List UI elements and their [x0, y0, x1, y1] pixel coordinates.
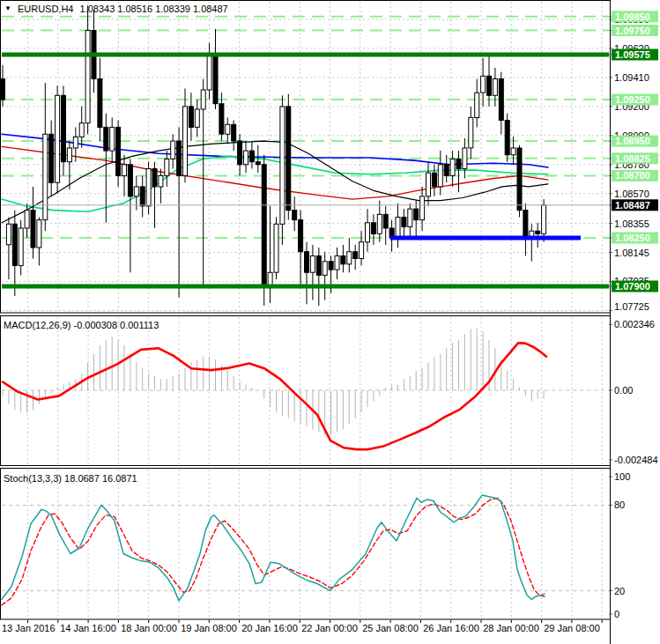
bear-candle — [456, 159, 461, 169]
stoch-label: Stoch(13,3,3) 18.0687 16.0871 — [4, 473, 137, 484]
bull-candle — [6, 224, 11, 244]
bull-candle — [542, 205, 546, 233]
bull-candle — [511, 148, 515, 155]
stoch-header: Stoch(13,3,3) 18.0687 16.0871 — [4, 473, 137, 484]
bear-candle — [299, 220, 303, 252]
bear-candle — [189, 107, 193, 128]
bull-candle — [122, 165, 127, 176]
bull-candle — [165, 159, 169, 176]
bear-candle — [316, 255, 321, 275]
bull-candle — [56, 95, 60, 182]
bear-candle — [293, 211, 297, 220]
bear-candle — [12, 224, 17, 265]
bull-candle — [67, 148, 71, 162]
bear-candle — [353, 252, 358, 259]
time-axis-label: 26 Jan 16:00 — [423, 623, 479, 633]
strong-level-price-badge: 1.09575 — [615, 49, 650, 60]
bear-candle — [62, 95, 66, 161]
level-price-badge: 1.09750 — [615, 26, 650, 36]
bull-candle — [207, 56, 211, 90]
bear-candle — [98, 79, 102, 128]
bull-candle — [396, 218, 400, 239]
bear-candle — [256, 162, 260, 165]
time-axis-label: 29 Jan 08:00 — [544, 623, 600, 633]
bear-candle — [249, 151, 254, 162]
macd-axis-label: 0.002346 — [614, 319, 655, 329]
bull-candle — [347, 252, 352, 264]
time-axis-label: 28 Jan 00:00 — [483, 623, 539, 633]
bull-candle — [244, 151, 248, 165]
bear-candle — [505, 121, 509, 155]
level-price-badge: 1.08950 — [615, 136, 650, 146]
bear-candle — [128, 165, 132, 196]
bear-candle — [262, 165, 266, 286]
bull-candle — [360, 242, 364, 259]
bull-candle — [110, 127, 115, 151]
bull-candle — [134, 187, 138, 196]
bear-candle — [140, 187, 145, 206]
bull-candle — [426, 173, 431, 196]
bear-candle — [487, 76, 492, 95]
level-price-badge: 1.08700 — [615, 170, 650, 181]
time-axis-label: 20 Jan 16:00 — [241, 623, 298, 633]
stoch-axis-label: 0 — [614, 609, 619, 619]
current-price-badge: 1.08487 — [615, 200, 650, 211]
bear-candle — [213, 56, 218, 104]
ohlc-values: 1.08343 1.08516 1.08339 1.08487 — [80, 4, 228, 14]
level-price-badge: 1.09850 — [615, 11, 650, 22]
time-axis-label: 13 Jan 2016 — [2, 623, 56, 633]
bull-candle — [366, 223, 370, 242]
bull-candle — [79, 123, 84, 137]
bull-candle — [463, 148, 467, 169]
strong-level-price-badge: 1.07900 — [615, 281, 650, 292]
time-axis-label: 25 Jan 08:00 — [362, 623, 419, 633]
bear-candle — [49, 134, 54, 182]
bull-candle — [226, 124, 230, 134]
level-price-badge: 1.09250 — [615, 94, 650, 105]
bull-candle — [37, 220, 41, 248]
chart-title: ▼ EURUSD,H4 1.08343 1.08516 1.08339 1.08… — [4, 4, 228, 14]
bear-candle — [523, 211, 528, 238]
bear-candle — [371, 223, 375, 234]
bull-candle — [481, 76, 486, 93]
bull-candle — [73, 137, 78, 148]
bull-candle — [19, 228, 23, 265]
level-price-badge: 1.08825 — [615, 153, 650, 164]
bear-candle — [116, 127, 121, 175]
price-axis-label: 1.08570 — [614, 189, 649, 199]
bear-candle — [286, 107, 291, 211]
bull-candle — [183, 107, 188, 175]
bull-candle — [420, 196, 425, 220]
bull-candle — [408, 209, 412, 226]
bull-candle — [323, 262, 327, 276]
symbol-dropdown-icon[interactable]: ▼ — [4, 5, 11, 12]
bear-candle — [402, 218, 406, 227]
stoch-axis-label: 100 — [614, 471, 630, 482]
bull-candle — [43, 134, 48, 219]
bull-candle — [195, 109, 199, 127]
trading-chart-window: 1.098301.096201.094101.092001.089901.087… — [0, 0, 660, 644]
bear-candle — [152, 169, 157, 187]
bear-candle — [341, 255, 345, 263]
bull-candle — [201, 90, 205, 109]
bull-candle — [171, 141, 175, 159]
bull-candle — [146, 169, 151, 206]
bear-candle — [329, 262, 333, 270]
bear-candle — [31, 211, 35, 248]
stoch-axis-label: 20 — [614, 586, 625, 596]
bear-candle — [383, 214, 388, 228]
bear-candle — [104, 127, 108, 151]
bull-candle — [469, 117, 473, 148]
bull-candle — [25, 211, 29, 228]
level-price-badge: 1.08250 — [615, 233, 650, 243]
time-axis-label: 22 Jan 00:00 — [301, 623, 358, 633]
bull-candle — [493, 79, 497, 96]
bull-candle — [85, 31, 90, 123]
bear-candle — [177, 141, 182, 175]
macd-label: MACD(12,26,9) -0.000308 0.001113 — [4, 320, 159, 330]
bear-candle — [517, 148, 522, 211]
bear-candle — [499, 79, 503, 121]
bull-candle — [280, 107, 285, 225]
bear-candle — [432, 173, 436, 187]
bear-candle — [238, 141, 242, 165]
